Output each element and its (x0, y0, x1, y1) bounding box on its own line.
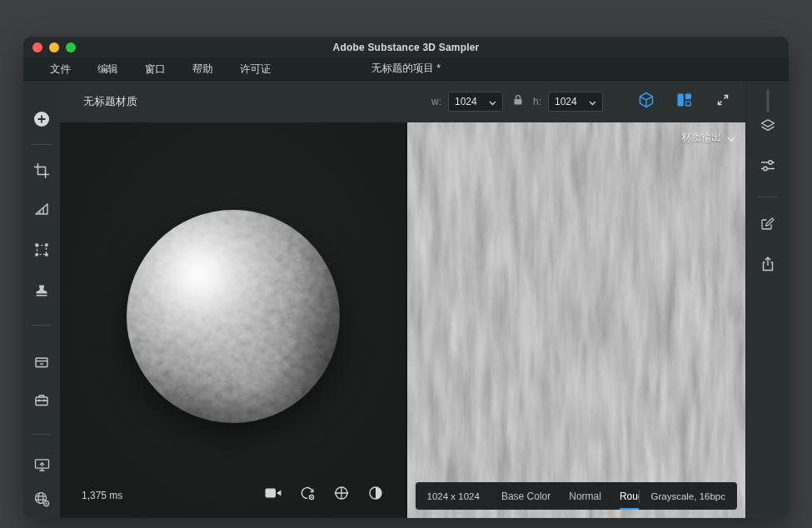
export-panel-button[interactable] (755, 252, 781, 279)
menu-license[interactable]: 许可证 (227, 57, 285, 81)
left-toolbar-divider (32, 325, 52, 326)
fullscreen-button[interactable] (712, 91, 734, 112)
menu-window[interactable]: 窗口 (132, 57, 179, 81)
left-toolbar-divider (32, 434, 52, 435)
window-title: Adobe Substance 3D Sampler (333, 42, 480, 53)
export-icon (760, 256, 776, 276)
view-mode-buttons (635, 81, 734, 122)
menu-file[interactable]: 文件 (37, 57, 84, 81)
lock-aspect-button[interactable] (510, 94, 526, 109)
project-title: 无标题的项目 * (371, 62, 441, 76)
view-3d-button[interactable] (635, 91, 657, 112)
panel-split: 1,375 ms (60, 122, 745, 518)
height-label: h: (533, 96, 541, 107)
viewport-settings-icon (33, 491, 50, 511)
render-time: 1,375 ms (82, 490, 122, 501)
clone-stamp-tool-button[interactable] (29, 280, 54, 305)
shelf-panel-button[interactable] (29, 351, 54, 376)
add-icon (32, 110, 51, 132)
tonemapping-icon (367, 485, 384, 505)
screen-share-icon (34, 457, 50, 476)
left-toolbar (23, 81, 60, 518)
document-edit-panel-button[interactable] (755, 212, 781, 239)
add-layer-button[interactable] (29, 108, 54, 133)
toolbox-icon (34, 393, 49, 411)
main-area: 无标题材质 w: 1024 (60, 81, 745, 518)
desktop-background: Adobe Substance 3D Sampler 文件 编辑 窗口 帮助 许… (0, 0, 812, 528)
viewport-3d[interactable]: 1,375 ms (60, 122, 406, 518)
chevron-down-icon (589, 94, 596, 109)
texture-view[interactable]: 材质输出 1024 x 1024 Base Color Normal Rough… (407, 122, 745, 518)
height-value: 1024 (555, 96, 577, 107)
camera-icon (265, 486, 281, 503)
width-dropdown[interactable]: 1024 (448, 92, 503, 112)
shelf-icon (34, 355, 49, 373)
width-label: w: (431, 96, 441, 107)
transform-icon (34, 242, 49, 261)
right-sidebar (745, 81, 789, 518)
menu-bar: 文件 编辑 窗口 帮助 许可证 无标题的项目 * (23, 57, 789, 81)
right-sidebar-divider (757, 197, 779, 197)
tab-normal[interactable]: Normal (569, 482, 601, 510)
height-dropdown[interactable]: 1024 (548, 92, 603, 112)
screen-share-button[interactable] (29, 454, 54, 479)
texture-format: Grayscale, 16bpc (651, 491, 726, 501)
viewport-controls (263, 485, 386, 505)
layers-panel-button[interactable] (755, 114, 781, 141)
right-sidebar-scrollbar-thumb[interactable] (766, 89, 769, 112)
viewport-settings-button[interactable] (29, 488, 54, 513)
preview-sphere[interactable] (127, 210, 340, 423)
lock-icon (513, 94, 523, 109)
split-view-button[interactable] (674, 91, 695, 112)
globe-icon (333, 485, 350, 505)
filters-icon (760, 157, 776, 177)
cube-3d-icon (637, 91, 655, 112)
menu-help[interactable]: 帮助 (179, 57, 227, 81)
material-name: 无标题材质 (83, 81, 137, 122)
texture-resolution: 1024 x 1024 (427, 491, 480, 501)
layers-icon (760, 117, 776, 137)
tab-base-color[interactable]: Base Color (501, 482, 550, 510)
width-value: 1024 (455, 96, 477, 107)
close-window-button[interactable] (32, 42, 42, 52)
expand-icon (715, 92, 730, 111)
tonemapping-button[interactable] (366, 485, 386, 505)
material-output-dropdown[interactable]: 材质输出 (681, 131, 735, 145)
tab-roughness[interactable]: Roughness (620, 482, 639, 510)
stamp-icon (34, 283, 49, 301)
globe-button[interactable] (331, 485, 351, 505)
left-toolbar-divider (32, 144, 52, 145)
split-view-icon (676, 92, 693, 112)
material-toolbar: 无标题材质 w: 1024 (60, 81, 745, 122)
camera-button[interactable] (263, 485, 283, 505)
minimize-window-button[interactable] (49, 42, 59, 52)
transform-tool-button[interactable] (29, 239, 54, 264)
document-edit-icon (760, 216, 776, 236)
chevron-down-icon (727, 132, 735, 144)
environment-button[interactable] (297, 485, 317, 505)
status-bar-divider (639, 490, 640, 503)
perspective-icon (34, 202, 49, 220)
crop-icon (34, 163, 49, 182)
filters-panel-button[interactable] (755, 154, 781, 181)
menu-edit[interactable]: 编辑 (84, 57, 132, 81)
chevron-down-icon (489, 94, 496, 109)
window-content: 无标题材质 w: 1024 (23, 81, 789, 518)
perspective-tool-button[interactable] (29, 198, 54, 223)
channel-tabs: Base Color Normal Roughness M (501, 482, 639, 510)
environment-icon (299, 485, 316, 505)
size-controls: w: 1024 h: (431, 81, 603, 122)
crop-tool-button[interactable] (29, 160, 54, 185)
toolbox-panel-button[interactable] (29, 390, 54, 415)
app-window: Adobe Substance 3D Sampler 文件 编辑 窗口 帮助 许… (23, 37, 789, 518)
channel-status-bar: 1024 x 1024 Base Color Normal Roughness … (416, 482, 737, 510)
traffic-lights (32, 37, 76, 57)
zoom-window-button[interactable] (66, 42, 76, 52)
title-bar[interactable]: Adobe Substance 3D Sampler (23, 37, 789, 57)
material-output-label: 材质输出 (681, 131, 721, 145)
